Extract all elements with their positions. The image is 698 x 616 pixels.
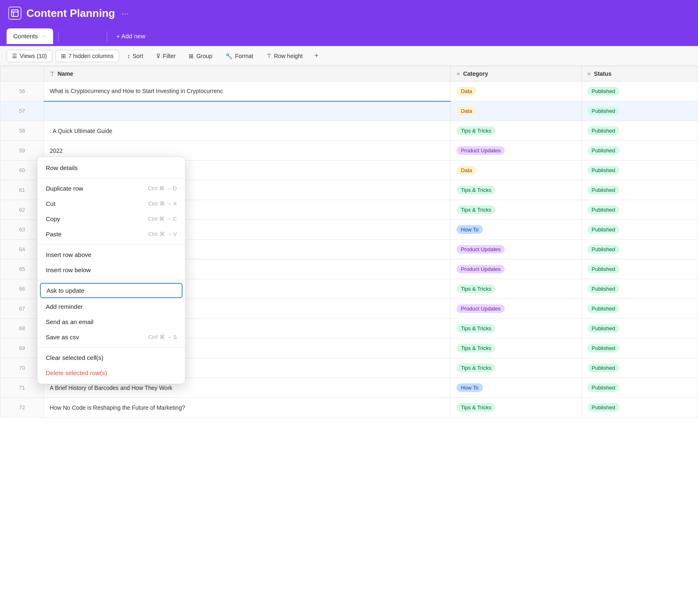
row-category[interactable]: How To xyxy=(451,378,581,398)
tab-checklist[interactable]: Checklist xyxy=(63,28,102,44)
name-col-label: Name xyxy=(58,70,73,77)
name-column-header[interactable]: ⊤ Name xyxy=(44,66,451,82)
context-menu-label-row-details: Row details xyxy=(46,164,78,171)
context-menu-separator xyxy=(37,347,185,348)
filter-icon: ⊽ xyxy=(156,53,160,59)
row-status[interactable]: Published xyxy=(581,398,698,418)
context-menu-label-delete-rows: Delete selected row(s) xyxy=(46,369,107,376)
context-menu-label-insert-above: Insert row above xyxy=(46,251,91,258)
row-number: 56 xyxy=(0,82,44,101)
tab-bar: Contents ··· Checklist + Add new xyxy=(0,26,698,46)
row-status[interactable]: Published xyxy=(581,121,698,141)
context-menu-label-paste: Paste xyxy=(46,231,61,238)
row-category[interactable]: Tips & Tricks xyxy=(451,121,581,141)
row-number: 57 xyxy=(0,101,44,121)
row-status[interactable]: Published xyxy=(581,358,698,378)
row-status[interactable]: Published xyxy=(581,299,698,319)
context-menu-item-send-email[interactable]: Send as an email xyxy=(37,314,185,329)
tab-add-new-label: + Add new xyxy=(116,33,145,40)
tab-divider xyxy=(58,31,59,41)
context-menu-item-insert-above[interactable]: Insert row above xyxy=(37,247,185,262)
row-status[interactable]: Published xyxy=(581,220,698,240)
hidden-cols-icon: ⊞ xyxy=(61,53,66,59)
row-category[interactable]: Data xyxy=(451,82,581,101)
context-menu-item-ask-update[interactable]: Ask to update xyxy=(40,283,183,298)
context-menu-item-delete-rows[interactable]: Delete selected row(s) xyxy=(37,365,185,380)
context-menu-shortcut-copy: Ctrl/ ⌘ → C xyxy=(148,216,177,222)
row-category[interactable]: Tips & Tricks xyxy=(451,180,581,200)
hidden-cols-label: 7 hidden columns xyxy=(68,53,114,59)
row-status[interactable]: Published xyxy=(581,240,698,259)
row-name[interactable]: What is Cryptocurrency and How to Start … xyxy=(44,82,451,101)
row-category[interactable]: Product Updates xyxy=(451,240,581,259)
row-category[interactable]: How To xyxy=(451,220,581,240)
row-category[interactable]: Tips & Tricks xyxy=(451,338,581,358)
app-icon xyxy=(8,7,21,20)
row-category[interactable]: Tips & Tricks xyxy=(451,398,581,418)
context-menu-label-send-email: Send as an email xyxy=(46,318,94,325)
row-status[interactable]: Published xyxy=(581,82,698,101)
row-category[interactable]: Tips & Tricks xyxy=(451,279,581,299)
group-button[interactable]: ⊞ Group xyxy=(184,50,217,62)
filter-button[interactable]: ⊽ Filter xyxy=(151,50,180,62)
row-height-button[interactable]: ⊤ Row height xyxy=(262,50,308,62)
row-height-label: Row height xyxy=(274,53,303,59)
context-menu-item-insert-below[interactable]: Insert row below xyxy=(37,262,185,278)
row-name[interactable] xyxy=(44,101,451,121)
group-label: Group xyxy=(196,53,212,59)
row-status[interactable]: Published xyxy=(581,378,698,398)
row-status[interactable]: Published xyxy=(581,319,698,338)
hidden-columns-button[interactable]: ⊞ 7 hidden columns xyxy=(56,50,119,62)
row-category[interactable]: Product Updates xyxy=(451,259,581,279)
row-status[interactable]: Published xyxy=(581,161,698,180)
row-category[interactable]: Product Updates xyxy=(451,299,581,319)
context-menu-item-add-reminder[interactable]: Add reminder xyxy=(37,299,185,314)
category-col-icon: ≡ xyxy=(457,71,460,77)
row-name[interactable]: : A Quick Ultimate Guide xyxy=(44,121,451,141)
tab-add-new[interactable]: + Add new xyxy=(112,30,149,42)
context-menu-label-save-csv: Save as csv xyxy=(46,334,79,341)
add-column-button[interactable]: + xyxy=(311,50,322,62)
row-status[interactable]: Published xyxy=(581,101,698,121)
context-menu-shortcut-paste: Ctrl/ ⌘ → V xyxy=(148,231,177,237)
tab-checklist-label: Checklist xyxy=(70,33,95,40)
table-row: 56 What is Cryptocurrency and How to Sta… xyxy=(0,82,698,101)
views-button[interactable]: ☰ Views (10) xyxy=(7,50,52,62)
row-category[interactable]: Tips & Tricks xyxy=(451,319,581,338)
context-menu-label-duplicate-row: Duplicate row xyxy=(46,185,83,192)
context-menu-item-paste[interactable]: PasteCtrl/ ⌘ → V xyxy=(37,226,185,242)
row-category[interactable]: Data xyxy=(451,161,581,180)
row-category[interactable]: Data xyxy=(451,101,581,121)
tab-contents-more[interactable]: ··· xyxy=(41,33,47,40)
table-row: 58 : A Quick Ultimate Guide Tips & Trick… xyxy=(0,121,698,141)
row-status[interactable]: Published xyxy=(581,141,698,161)
views-icon: ☰ xyxy=(12,53,17,59)
row-name[interactable]: How No Code is Reshaping the Future of M… xyxy=(44,398,451,418)
context-menu-item-duplicate-row[interactable]: Duplicate rowCtrl/ ⌘ → D xyxy=(37,181,185,196)
row-status[interactable]: Published xyxy=(581,279,698,299)
category-column-header[interactable]: ≡ Category xyxy=(451,66,581,82)
context-menu-item-copy[interactable]: CopyCtrl/ ⌘ → C xyxy=(37,211,185,226)
status-col-icon: ≡ xyxy=(588,71,591,77)
context-menu-item-save-csv[interactable]: Save as csvCtrl/ ⌘ → S xyxy=(37,329,185,345)
context-menu-item-clear-cells[interactable]: Clear selected cell(s) xyxy=(37,350,185,365)
context-menu-label-clear-cells: Clear selected cell(s) xyxy=(46,354,103,361)
sort-button[interactable]: ↕ Sort xyxy=(122,50,148,62)
row-status[interactable]: Published xyxy=(581,180,698,200)
row-status[interactable]: Published xyxy=(581,259,698,279)
row-status[interactable]: Published xyxy=(581,200,698,220)
row-category[interactable]: Product Updates xyxy=(451,141,581,161)
context-menu-label-ask-update: Ask to update xyxy=(47,287,84,294)
status-column-header[interactable]: ≡ Status xyxy=(581,66,698,82)
row-category[interactable]: Tips & Tricks xyxy=(451,200,581,220)
row-height-icon: ⊤ xyxy=(267,53,272,59)
row-category[interactable]: Tips & Tricks xyxy=(451,358,581,378)
row-status[interactable]: Published xyxy=(581,338,698,358)
format-label: Format xyxy=(235,53,253,59)
context-menu-item-cut[interactable]: CutCtrl/ ⌘ → X xyxy=(37,196,185,211)
format-button[interactable]: 🔧 Format xyxy=(220,50,258,62)
tab-contents[interactable]: Contents ··· xyxy=(7,28,53,44)
app-more-button[interactable]: ··· xyxy=(122,9,129,18)
context-menu: Row detailsDuplicate rowCtrl/ ⌘ → DCutCt… xyxy=(37,156,185,384)
context-menu-item-row-details[interactable]: Row details xyxy=(37,160,185,175)
